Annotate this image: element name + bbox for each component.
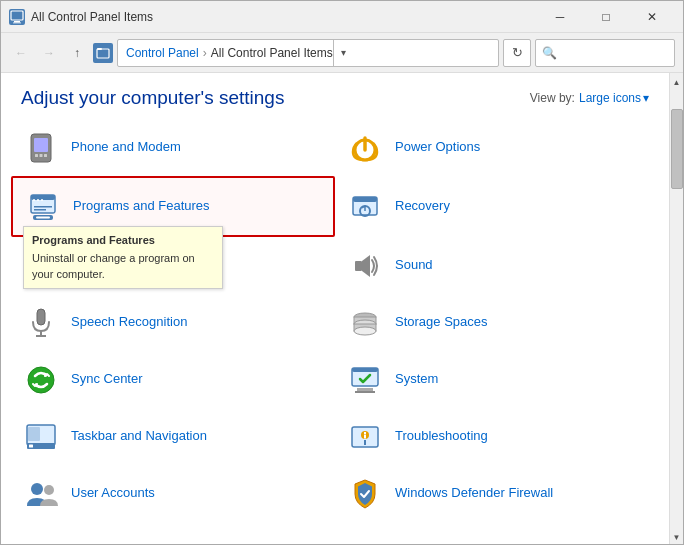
- search-box[interactable]: 🔍: [535, 39, 675, 67]
- sound-icon: [345, 246, 385, 286]
- programs-features-tooltip: Programs and Features Uninstall or chang…: [23, 226, 223, 289]
- svg-rect-41: [29, 444, 33, 447]
- refresh-button[interactable]: ↻: [503, 39, 531, 67]
- svg-rect-0: [11, 11, 23, 20]
- system-item[interactable]: System: [335, 351, 659, 408]
- svg-rect-16: [41, 199, 43, 201]
- list-item[interactable]: Phone and Modem: [11, 119, 335, 176]
- up-button[interactable]: ↑: [65, 41, 89, 65]
- svg-rect-25: [355, 261, 362, 271]
- svg-rect-15: [37, 199, 39, 201]
- title-bar: All Control Panel Items ─ □ ✕: [1, 1, 683, 33]
- speech-recognition-icon: [21, 303, 61, 343]
- svg-rect-45: [364, 440, 366, 445]
- svg-rect-6: [34, 138, 48, 152]
- user-accounts-item[interactable]: User Accounts: [11, 465, 335, 522]
- tooltip-description: Uninstall or change a program on your co…: [32, 251, 214, 282]
- svg-rect-3: [97, 49, 109, 58]
- main-area: Adjust your computer's settings View by:…: [1, 73, 683, 545]
- svg-rect-38: [355, 391, 375, 393]
- sync-center-icon: [21, 360, 61, 400]
- sync-center-item[interactable]: Sync Center: [11, 351, 335, 408]
- recovery-icon: [345, 187, 385, 227]
- programs-features-icon: [23, 187, 63, 227]
- window-controls: ─ □ ✕: [537, 1, 675, 33]
- svg-rect-37: [357, 388, 373, 391]
- recovery-label: Recovery: [395, 198, 450, 215]
- address-dropdown[interactable]: ▾: [333, 39, 353, 67]
- scroll-track[interactable]: [670, 89, 684, 530]
- path-part-1: Control Panel: [126, 46, 199, 60]
- programs-features-item[interactable]: Programs and Features Programs and Featu…: [11, 176, 335, 237]
- chevron-down-icon: ▾: [643, 91, 649, 105]
- forward-button[interactable]: →: [37, 41, 61, 65]
- svg-rect-8: [40, 154, 43, 157]
- content-area: Adjust your computer's settings View by:…: [1, 73, 669, 545]
- svg-point-34: [28, 367, 54, 393]
- view-by-control: View by: Large icons ▾: [530, 91, 649, 105]
- windows-defender-item[interactable]: Windows Defender Firewall: [335, 465, 659, 522]
- system-label: System: [395, 371, 438, 388]
- storage-spaces-label: Storage Spaces: [395, 314, 488, 331]
- scroll-up-button[interactable]: ▲: [670, 75, 684, 89]
- close-button[interactable]: ✕: [629, 1, 675, 33]
- search-icon: 🔍: [542, 46, 557, 60]
- svg-rect-9: [44, 154, 47, 157]
- windows-defender-icon: [345, 474, 385, 514]
- address-bar: ← → ↑ Control Panel › All Control Panel …: [1, 33, 683, 73]
- svg-rect-17: [34, 206, 52, 208]
- speech-recognition-label: Speech Recognition: [71, 314, 187, 331]
- address-path[interactable]: Control Panel › All Control Panel Items …: [117, 39, 499, 67]
- svg-rect-22: [353, 197, 377, 202]
- taskbar-navigation-icon: [21, 417, 61, 457]
- svg-point-48: [31, 483, 43, 495]
- troubleshooting-label: Troubleshooting: [395, 428, 488, 445]
- svg-rect-36: [352, 368, 378, 372]
- back-button[interactable]: ←: [9, 41, 33, 65]
- troubleshooting-icon: [345, 417, 385, 457]
- programs-features-label: Programs and Features: [73, 198, 210, 215]
- phone-modem-icon: [21, 128, 61, 168]
- list-item[interactable]: Power Options: [335, 119, 659, 176]
- power-options-label: Power Options: [395, 139, 480, 156]
- taskbar-navigation-item[interactable]: Taskbar and Navigation: [11, 408, 335, 465]
- sound-item[interactable]: Sound: [335, 237, 659, 294]
- maximize-button[interactable]: □: [583, 1, 629, 33]
- path-icon: [93, 43, 113, 63]
- minimize-button[interactable]: ─: [537, 1, 583, 33]
- storage-spaces-item[interactable]: Storage Spaces: [335, 294, 659, 351]
- svg-rect-7: [35, 154, 38, 157]
- items-grid: Phone and Modem Power Options: [1, 119, 669, 532]
- svg-rect-18: [34, 209, 46, 211]
- svg-rect-14: [33, 199, 35, 201]
- scroll-down-button[interactable]: ▼: [670, 530, 684, 544]
- svg-rect-26: [37, 309, 45, 325]
- svg-rect-47: [364, 434, 366, 438]
- system-icon: [345, 360, 385, 400]
- svg-rect-1: [14, 21, 20, 23]
- svg-rect-20: [36, 216, 50, 218]
- tooltip-title: Programs and Features: [32, 233, 214, 248]
- phone-modem-label: Phone and Modem: [71, 139, 181, 156]
- path-part-2: All Control Panel Items: [211, 46, 333, 60]
- power-options-icon: [345, 128, 385, 168]
- storage-spaces-icon: [345, 303, 385, 343]
- taskbar-navigation-label: Taskbar and Navigation: [71, 428, 207, 445]
- troubleshooting-item[interactable]: Troubleshooting: [335, 408, 659, 465]
- view-by-value[interactable]: Large icons ▾: [579, 91, 649, 105]
- svg-point-33: [354, 327, 376, 335]
- scrollbar[interactable]: ▲ ▼: [669, 73, 683, 545]
- page-title: Adjust your computer's settings: [21, 87, 284, 109]
- svg-rect-46: [364, 432, 366, 434]
- window-title: All Control Panel Items: [31, 10, 537, 24]
- user-accounts-icon: [21, 474, 61, 514]
- speech-recognition-item[interactable]: Speech Recognition: [11, 294, 335, 351]
- content-header: Adjust your computer's settings View by:…: [1, 73, 669, 119]
- user-accounts-label: User Accounts: [71, 485, 155, 502]
- app-icon: [9, 9, 25, 25]
- list-item[interactable]: Recovery: [335, 176, 659, 237]
- svg-rect-42: [28, 427, 40, 441]
- svg-rect-4: [97, 48, 102, 50]
- sound-label: Sound: [395, 257, 433, 274]
- scroll-thumb[interactable]: [671, 109, 683, 189]
